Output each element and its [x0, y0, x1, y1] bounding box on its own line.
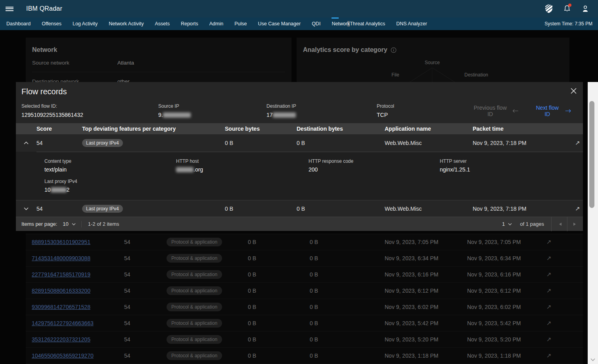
destination-ip-label: Destination IP: [266, 103, 377, 109]
user-icon: [581, 4, 590, 13]
destination-ip-field: Destination IP 17: [266, 103, 377, 118]
tab-log-activity[interactable]: Log Activity: [67, 17, 103, 30]
detail-field-http-host: HTTP host .org: [176, 158, 309, 173]
packet-time-cell: Nov 9, 2023, 7:18 PM: [473, 206, 567, 212]
tab-pulse[interactable]: Pulse: [229, 17, 252, 30]
collapse-row-button[interactable]: [20, 137, 33, 149]
column-header-score: Score: [36, 126, 82, 132]
detail-field-http-server: HTTP server nginx/1.25.1: [440, 158, 583, 173]
chevron-down-icon: [508, 223, 512, 225]
pages-count-label: of 1 pages: [520, 221, 544, 227]
flow-record-row: 54 Last proxy IPv4 0 B 0 B Web.Web.Misc …: [16, 200, 583, 217]
flow-records-modal: Flow records Selected flow ID: 129510922…: [16, 82, 583, 231]
launch-icon: ↗: [575, 205, 580, 212]
tab-qdi[interactable]: QDI: [306, 17, 326, 30]
destination-bytes-cell: 0 B: [297, 206, 385, 212]
caret-left-icon: [558, 223, 562, 226]
selected-flow-id-label: Selected flow ID:: [21, 103, 158, 109]
app-title: IBM QRadar: [26, 5, 62, 12]
modal-title: Flow records: [21, 87, 67, 96]
source-ip-label: Source IP: [158, 103, 266, 109]
selected-flow-id-value: 12951092255135861432: [21, 112, 158, 118]
feature-tag: Last proxy IPv4: [82, 205, 123, 213]
tab-network-activity[interactable]: Network Activity: [103, 17, 149, 30]
launch-button[interactable]: ↗: [567, 205, 583, 212]
score-cell: 54: [36, 206, 82, 212]
caret-right-icon: [573, 223, 577, 226]
tab-dns-analyzer[interactable]: DNS Analyzer: [391, 17, 433, 30]
redacted-value: [176, 167, 194, 172]
qradar-logo-button[interactable]: [541, 1, 557, 17]
launch-icon: ↗: [575, 139, 580, 146]
column-header-destination-bytes: Destination bytes: [297, 126, 385, 132]
column-header-source-bytes: Source bytes: [225, 126, 297, 132]
redacted-value: [51, 187, 67, 192]
hamburger-icon: [6, 6, 13, 12]
page-range-label: 1-2 of 2 items: [88, 221, 119, 227]
menu-button[interactable]: [0, 0, 19, 17]
notification-dot: [568, 4, 571, 7]
items-per-page-select[interactable]: 10: [57, 217, 81, 231]
source-bytes-cell: 0 B: [225, 140, 297, 146]
protocol-label: Protocol: [377, 103, 472, 109]
selected-flow-id: Selected flow ID: 12951092255135861432: [21, 103, 158, 118]
previous-flow-button[interactable]: Previous flow ID: [472, 105, 519, 117]
column-header-packet-time: Packet time: [473, 126, 567, 132]
redacted-value: [163, 112, 191, 118]
redacted-value: [273, 112, 296, 118]
expanded-row-details: Content type text/plain HTTP host .org H…: [16, 152, 583, 200]
detail-field-http-response-code: HTTP response code 200: [309, 158, 440, 173]
score-cell: 54: [36, 140, 82, 146]
tab-use-case-manager[interactable]: Use Case Manager: [252, 17, 306, 30]
chevron-down-icon: [24, 207, 29, 210]
items-per-page-label: Items per page:: [21, 221, 57, 227]
profile-button[interactable]: [577, 1, 593, 17]
tab-dashboard[interactable]: Dashboard: [1, 17, 36, 30]
feature-tag: Last proxy IPv4: [82, 139, 123, 147]
protocol-field: Protocol TCP: [377, 103, 472, 118]
protocol-value: TCP: [377, 112, 472, 118]
application-name-cell: Web.Web.Misc: [385, 140, 473, 146]
flow-nav-controls: Previous flow ID Next flow ID: [472, 103, 583, 118]
detail-field-content-type: Content type text/plain: [44, 158, 176, 173]
application-name-cell: Web.Web.Misc: [385, 206, 473, 212]
system-time-label: System Time: 7:35 PM: [544, 21, 598, 27]
tab-reports[interactable]: Reports: [175, 17, 204, 30]
column-header-application-name: Application name: [385, 126, 473, 132]
source-ip-field: Source IP 9.: [158, 103, 266, 118]
text-caret: k: [347, 21, 350, 27]
nav-tabs: DashboardOffensesLog ActivityNetwork Act…: [0, 17, 433, 30]
arrow-right-icon: [565, 109, 571, 113]
main-nav: DashboardOffensesLog ActivityNetwork Act…: [0, 17, 598, 30]
close-button[interactable]: [566, 84, 581, 98]
qradar-app: IBM QRadar: [0, 0, 598, 364]
launch-button[interactable]: ↗: [567, 139, 583, 147]
chevron-down-icon: [72, 223, 76, 225]
source-ip-value: 9.: [158, 112, 266, 118]
shield-icon: [544, 4, 553, 13]
next-flow-button[interactable]: Next flow ID: [534, 105, 571, 117]
modal-header: Flow records Selected flow ID: 129510922…: [16, 82, 583, 123]
detail-field-last-proxy-ipv4: Last proxy IPv4 102: [44, 179, 176, 193]
tab-offenses[interactable]: Offenses: [36, 17, 67, 30]
destination-ip-value: 17: [266, 112, 377, 118]
header-actions: [541, 1, 598, 17]
packet-time-cell: Nov 9, 2023, 7:18 PM: [473, 140, 567, 146]
tab-admin[interactable]: Admin: [204, 17, 229, 30]
table-header-row: Score Top deviating features per categor…: [16, 123, 583, 134]
tab-assets[interactable]: Assets: [149, 17, 175, 30]
source-bytes-cell: 0 B: [225, 206, 297, 212]
flow-record-row: 54 Last proxy IPv4 0 B 0 B Web.Web.Misc …: [16, 134, 583, 152]
column-header-features: Top deviating features per category: [82, 126, 225, 132]
page-number-select[interactable]: 1: [496, 217, 518, 231]
expand-row-button[interactable]: [20, 202, 33, 215]
page-scrollbar[interactable]: [588, 82, 598, 364]
chevron-up-icon: [24, 141, 29, 145]
previous-page-button[interactable]: [551, 217, 567, 231]
next-page-button[interactable]: [567, 217, 583, 231]
arrow-left-icon: [512, 109, 519, 113]
scrollbar-thumb[interactable]: [589, 101, 594, 208]
flow-summary-row: Selected flow ID: 12951092255135861432 S…: [16, 103, 583, 118]
tab-network-threat-analytics[interactable]: Network Threat Analytics: [326, 17, 391, 30]
notifications-button[interactable]: [559, 1, 575, 17]
